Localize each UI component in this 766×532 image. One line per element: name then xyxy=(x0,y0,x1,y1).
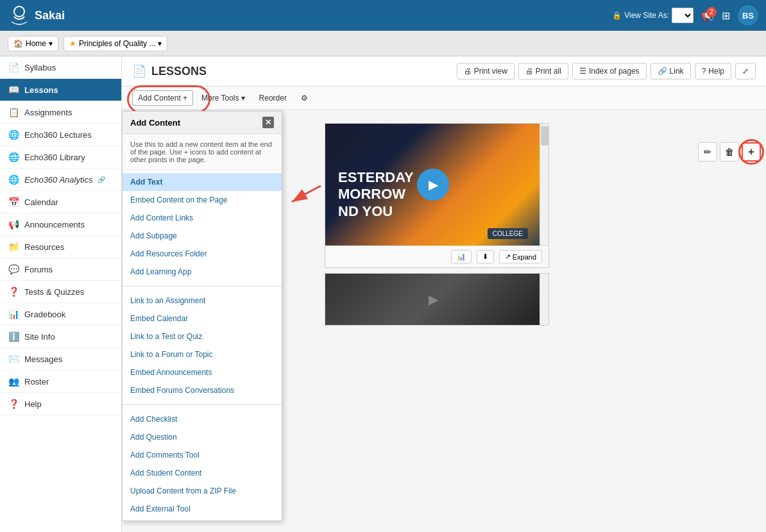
reorder-button[interactable]: Reorder xyxy=(253,90,293,106)
sidebar-item-lessons[interactable]: 📖 Lessons xyxy=(0,79,121,101)
sidebar-item-label: Lessons xyxy=(24,85,58,95)
fullscreen-button[interactable]: ⤢ xyxy=(735,63,756,79)
dropdown-separator-1 xyxy=(123,286,282,287)
sidebar-item-label: Roster xyxy=(24,377,49,387)
dropdown-close-button[interactable]: ✕ xyxy=(262,117,274,128)
sidebar-item-assignments[interactable]: 📋 Assignments xyxy=(0,101,121,124)
sidebar-item-label: Syllabus xyxy=(24,63,56,72)
announcements-nav-btn[interactable]: 📢 2 xyxy=(701,10,714,22)
add-comments-tool-item[interactable]: Add Comments Tool xyxy=(123,446,282,464)
plus-btn-wrapper: + xyxy=(742,142,761,162)
settings-button[interactable]: ⚙ xyxy=(295,90,314,106)
link-label: Link xyxy=(670,67,684,76)
view-site-as-select[interactable] xyxy=(672,8,694,23)
sidebar-item-help[interactable]: ❓ Help xyxy=(0,393,121,415)
sidebar-item-site-info[interactable]: ℹ️ Site Info xyxy=(0,326,121,348)
sidebar-item-echo360-library[interactable]: 🌐 Echo360 Library xyxy=(0,146,121,169)
embed-calendar-item[interactable]: Embed Calendar xyxy=(123,310,282,328)
add-student-content-item[interactable]: Add Student Content xyxy=(123,464,282,482)
embed-content-item[interactable]: Embed Content on the Page xyxy=(123,191,282,209)
more-tools-button[interactable]: More Tools ▾ xyxy=(196,90,250,106)
lessons-header: 📄 LESSONS 🖨 Print view 🖨 Print all ☰ Ind… xyxy=(122,56,766,87)
add-content-links-item[interactable]: Add Content Links xyxy=(123,209,282,227)
upload-content-zip-item[interactable]: Upload Content from a ZIP File xyxy=(123,482,282,500)
video-scrollbar-1[interactable] xyxy=(540,124,549,245)
sidebar-item-forums[interactable]: 💬 Forums xyxy=(0,258,121,281)
sidebar-item-label: Echo360 Library xyxy=(24,153,85,162)
link-to-forum-item[interactable]: Link to a Forum or Topic xyxy=(123,345,282,363)
sidebar-item-gradebook[interactable]: 📊 Gradebook xyxy=(0,303,121,326)
add-resources-folder-item[interactable]: Add Resources Folder xyxy=(123,245,282,263)
assignments-icon: 📋 xyxy=(8,107,19,117)
link-to-test-item[interactable]: Link to a Test or Quiz xyxy=(123,328,282,345)
sidebar-item-echo360-lectures[interactable]: 🌐 Echo360 Lectures xyxy=(0,124,121,146)
video-placeholder-2: ▶ xyxy=(325,274,541,325)
add-item-button[interactable]: + xyxy=(742,142,761,162)
user-avatar[interactable]: BS xyxy=(738,5,758,26)
video-play-button[interactable]: ▶ xyxy=(417,169,449,201)
roster-icon: 👥 xyxy=(8,376,19,387)
course-breadcrumb[interactable]: ★ Principles of Quality ... ▾ xyxy=(64,36,167,51)
help-label: Help xyxy=(708,67,724,76)
expand-icon: ↗ xyxy=(505,253,511,261)
help-button[interactable]: ? Help xyxy=(695,63,731,79)
syllabus-icon: 📄 xyxy=(8,62,19,72)
plus-icon: + xyxy=(748,146,754,158)
add-learning-app-item[interactable]: Add Learning App xyxy=(123,263,282,281)
messages-icon: ✉️ xyxy=(8,354,19,364)
sidebar-item-resources[interactable]: 📁 Resources xyxy=(0,236,121,258)
add-checklist-item[interactable]: Add Checklist xyxy=(123,410,282,428)
video-scrollbar-2[interactable] xyxy=(540,274,549,325)
edit-button[interactable]: ✏ xyxy=(698,142,717,162)
video-download-button[interactable]: ⬇ xyxy=(477,250,494,263)
video-expand-button[interactable]: ↗ Expand xyxy=(499,250,542,263)
delete-button[interactable]: 🗑 xyxy=(720,142,739,162)
stats-icon: 📊 xyxy=(457,253,466,261)
add-content-dropdown: Add Content ✕ Use this to add a new cont… xyxy=(122,111,282,521)
sidebar-item-roster[interactable]: 👥 Roster xyxy=(0,370,121,393)
add-subpage-item[interactable]: Add Subpage xyxy=(123,227,282,245)
nav-right: 🔒 View Site As: 📢 2 ⊞ BS xyxy=(612,5,758,26)
video-thumbnail-2: ▶ xyxy=(429,292,438,307)
nav-left: Sakai xyxy=(8,4,65,27)
edit-icon: ✏ xyxy=(704,147,711,157)
video-controls-1: 📊 ⬇ ↗ Expand xyxy=(325,245,549,267)
course-chevron-icon: ▾ xyxy=(158,39,162,48)
add-external-tool-item[interactable]: Add External Tool xyxy=(123,500,282,518)
link-button[interactable]: 🔗 Link xyxy=(651,63,691,79)
home-breadcrumb[interactable]: 🏠 Home ▾ xyxy=(8,36,58,51)
grid-nav-btn[interactable]: ⊞ xyxy=(722,10,730,22)
embed-announcements-item[interactable]: Embed Announcements xyxy=(123,363,282,381)
sidebar-item-label: Tests & Quizzes xyxy=(24,287,84,297)
add-content-button[interactable]: Add Content + xyxy=(132,90,193,106)
print-view-button[interactable]: 🖨 Print view xyxy=(457,63,515,79)
sidebar-item-announcements[interactable]: 📢 Announcements xyxy=(0,213,121,236)
embed-forums-conversations-item[interactable]: Embed Forums Conversations xyxy=(123,381,282,399)
lessons-actions: 🖨 Print view 🖨 Print all ☰ Index of page… xyxy=(457,63,756,79)
print-all-icon: 🖨 xyxy=(525,67,533,76)
sidebar-item-label: Calendar xyxy=(24,197,58,207)
echo360-lectures-icon: 🌐 xyxy=(8,129,19,140)
sidebar-item-tests-quizzes[interactable]: ❓ Tests & Quizzes xyxy=(0,281,121,303)
sidebar-item-syllabus[interactable]: 📄 Syllabus xyxy=(0,56,121,79)
add-question-item[interactable]: Add Question xyxy=(123,428,282,446)
echo360-analytics-icon: 🌐 xyxy=(8,174,19,185)
index-of-pages-button[interactable]: ☰ Index of pages xyxy=(572,63,647,79)
sakai-logo: Sakai xyxy=(8,4,65,27)
video-college-badge: COLLEGE xyxy=(488,228,528,239)
expand-label: Expand xyxy=(513,253,536,261)
sidebar-item-messages[interactable]: ✉️ Messages xyxy=(0,348,121,370)
add-text-item[interactable]: Add Text xyxy=(123,173,282,191)
analytics-info-icon: 🔗 xyxy=(98,176,105,183)
trash-icon: 🗑 xyxy=(725,147,734,157)
sidebar-item-calendar[interactable]: 📅 Calendar xyxy=(0,191,121,213)
view-site-as-container: 🔒 View Site As: xyxy=(612,8,694,23)
more-tools-label: More Tools xyxy=(201,94,239,103)
settings-icon: ⚙ xyxy=(301,94,308,103)
video-placeholder-1: ESTERDAY MORROW ND YOU ▶ COLLEGE xyxy=(325,124,541,245)
sidebar-item-echo360-analytics[interactable]: 🌐 Echo360 Analytics 🔗 xyxy=(0,169,121,191)
link-to-assignment-item[interactable]: Link to an Assignment xyxy=(123,292,282,310)
dropdown-description: Use this to add a new content item at th… xyxy=(123,134,282,170)
print-all-button[interactable]: 🖨 Print all xyxy=(518,63,568,79)
video-stats-button[interactable]: 📊 xyxy=(451,250,472,263)
